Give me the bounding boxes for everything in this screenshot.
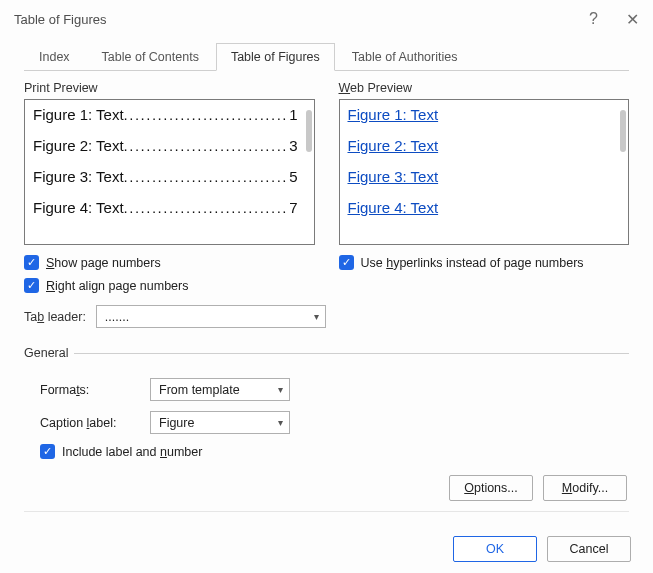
caption-label-label: Caption label:	[40, 416, 150, 430]
dialog-title: Table of Figures	[14, 12, 107, 27]
print-preview-item: Figure 4: Text .........................…	[33, 199, 298, 216]
web-preview-inner: Figure 1: Text Figure 2: Text Figure 3: …	[340, 100, 629, 236]
titlebar: Table of Figures ? ✕	[0, 0, 653, 34]
formats-row: Formats: From template ▾	[40, 378, 629, 401]
right-align-row: ✓ Right align page numbers	[24, 278, 315, 293]
formats-combo[interactable]: From template ▾	[150, 378, 290, 401]
web-preview-box[interactable]: Figure 1: Text Figure 2: Text Figure 3: …	[339, 99, 630, 245]
options-modify-row: Options... Modify...	[24, 469, 629, 512]
web-preview-item: Figure 1: Text	[348, 106, 613, 123]
close-button[interactable]: ✕	[626, 10, 639, 29]
chevron-down-icon: ▾	[278, 417, 283, 428]
scrollbar-thumb[interactable]	[620, 110, 626, 152]
tab-table-of-contents[interactable]: Table of Contents	[87, 43, 214, 71]
cancel-button[interactable]: Cancel	[547, 536, 631, 562]
tab-leader-row: Tab leader: ....... ▾	[24, 305, 629, 328]
help-button[interactable]: ?	[589, 10, 598, 29]
print-preview-item: Figure 3: Text .........................…	[33, 168, 298, 185]
web-options-col: ✓ Use hyperlinks instead of page numbers	[339, 255, 630, 301]
preview-row: Print Preview Figure 1: Text ...........…	[24, 79, 629, 245]
ok-cancel-row: OK Cancel	[0, 522, 653, 562]
print-preview-section: Print Preview Figure 1: Text ...........…	[24, 79, 315, 245]
print-preview-item: Figure 2: Text .........................…	[33, 137, 298, 154]
caption-label-row: Caption label: Figure ▾	[40, 411, 629, 434]
print-options-col: ✓ Show page numbers ✓ Right align page n…	[24, 255, 315, 301]
web-preview-label: Web Preview	[339, 81, 630, 95]
web-preview-item: Figure 3: Text	[348, 168, 613, 185]
tab-table-of-authorities[interactable]: Table of Authorities	[337, 43, 473, 71]
use-hyperlinks-checkbox[interactable]: ✓	[339, 255, 354, 270]
options-button[interactable]: Options...	[449, 475, 533, 501]
dialog-body: Index Table of Contents Table of Figures…	[0, 34, 653, 522]
chevron-down-icon: ▾	[278, 384, 283, 395]
web-preview-item: Figure 2: Text	[348, 137, 613, 154]
general-legend: General	[24, 346, 74, 360]
show-page-numbers-label: Show page numbers	[46, 256, 161, 270]
chevron-down-icon: ▾	[314, 311, 319, 322]
formats-label: Formats:	[40, 383, 150, 397]
right-align-label: Right align page numbers	[46, 279, 188, 293]
right-align-checkbox[interactable]: ✓	[24, 278, 39, 293]
web-preview-section: Web Preview Figure 1: Text Figure 2: Tex…	[339, 79, 630, 245]
caption-label-combo[interactable]: Figure ▾	[150, 411, 290, 434]
print-preview-inner: Figure 1: Text .........................…	[25, 100, 314, 222]
include-label-number-checkbox[interactable]: ✓	[40, 444, 55, 459]
tab-strip: Index Table of Contents Table of Figures…	[24, 42, 629, 71]
print-preview-box[interactable]: Figure 1: Text .........................…	[24, 99, 315, 245]
tab-leader-label: Tab leader:	[24, 310, 86, 324]
tab-index[interactable]: Index	[24, 43, 85, 71]
general-fieldset: General Formats: From template ▾ Caption…	[24, 346, 629, 522]
include-label-row: ✓ Include label and number	[40, 444, 629, 459]
print-preview-label: Print Preview	[24, 81, 315, 95]
include-label-number-label: Include label and number	[62, 445, 202, 459]
scrollbar-thumb[interactable]	[306, 110, 312, 152]
tab-leader-combo[interactable]: ....... ▾	[96, 305, 326, 328]
show-page-numbers-checkbox[interactable]: ✓	[24, 255, 39, 270]
web-preview-item: Figure 4: Text	[348, 199, 613, 216]
tab-table-of-figures[interactable]: Table of Figures	[216, 43, 335, 71]
use-hyperlinks-row: ✓ Use hyperlinks instead of page numbers	[339, 255, 630, 270]
table-of-figures-dialog: Table of Figures ? ✕ Index Table of Cont…	[0, 0, 653, 573]
use-hyperlinks-label: Use hyperlinks instead of page numbers	[361, 256, 584, 270]
print-preview-item: Figure 1: Text .........................…	[33, 106, 298, 123]
modify-button[interactable]: Modify...	[543, 475, 627, 501]
ok-button[interactable]: OK	[453, 536, 537, 562]
options-row: ✓ Show page numbers ✓ Right align page n…	[24, 255, 629, 301]
title-buttons: ? ✕	[589, 10, 639, 29]
show-page-numbers-row: ✓ Show page numbers	[24, 255, 315, 270]
